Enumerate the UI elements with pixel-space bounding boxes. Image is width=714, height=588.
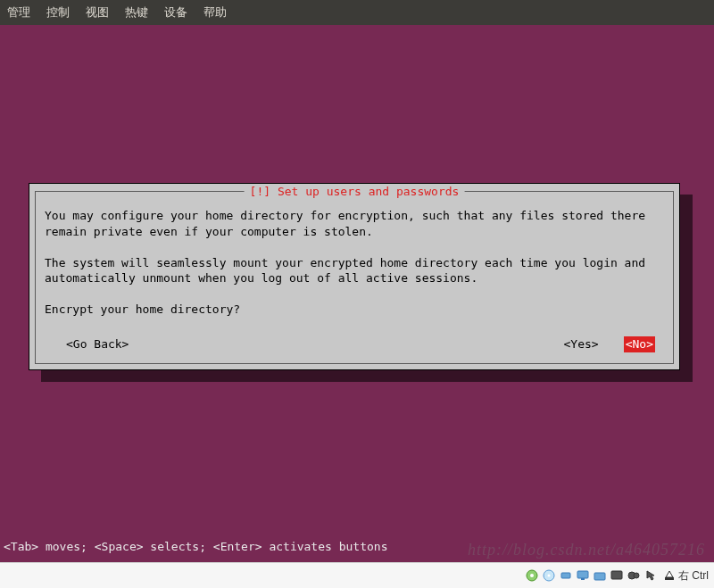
svg-rect-4 [561,573,570,578]
vm-statusbar: 右 Ctrl [0,562,714,588]
svg-rect-7 [594,573,605,580]
yes-button[interactable]: <Yes> [564,336,599,352]
menu-view[interactable]: 视图 [86,4,109,21]
status-icons [525,568,658,583]
menu-help[interactable]: 帮助 [203,4,227,21]
vm-screen: [!] Set up users and passwords You may c… [0,25,714,562]
svg-point-1 [530,574,534,577]
dialog-frame: [!] Set up users and passwords You may c… [35,191,674,364]
svg-rect-5 [577,571,588,578]
dialog-question: Encrypt your home directory? [45,302,240,316]
dialog-para1: You may configure your home directory fo… [45,209,652,238]
footer-hint: <Tab> moves; <Space> selects; <Enter> ac… [4,540,387,553]
hard-disk-icon[interactable] [525,568,539,583]
dialog-body: You may configure your home directory fo… [45,208,664,318]
menu-control[interactable]: 控制 [46,4,70,21]
display-icon[interactable] [610,568,624,583]
menu-manage[interactable]: 管理 [7,4,30,21]
menu-devices[interactable]: 设备 [164,4,187,21]
svg-rect-6 [581,578,585,580]
svg-rect-8 [611,571,622,579]
optical-disk-icon[interactable] [542,568,556,583]
hostkey-label: 右 Ctrl [678,568,709,584]
installer-dialog: [!] Set up users and passwords You may c… [29,183,680,370]
watermark: http://blog.csdn.net/a464057216 [468,541,705,559]
menu-hotkeys[interactable]: 热键 [125,4,148,21]
dialog-title: [!] Set up users and passwords [245,184,465,200]
svg-point-10 [634,573,639,578]
mouse-integration-icon[interactable] [643,568,658,583]
dialog-para2: The system will seamlessly mount your en… [45,256,652,286]
svg-point-3 [548,575,551,577]
shared-folder-icon[interactable] [593,568,607,583]
spacer [129,336,563,352]
no-button[interactable]: <No> [624,336,655,352]
go-back-button[interactable]: <Go Back> [66,336,129,352]
dialog-buttons: <Go Back> <Yes> <No> [45,336,664,352]
network-icon[interactable] [576,568,590,583]
hostkey-indicator: 右 Ctrl [663,568,709,584]
video-capture-icon[interactable] [627,568,641,583]
usb-icon[interactable] [559,568,573,583]
hostkey-icon [663,569,676,582]
vm-menubar: 管理 控制 视图 热键 设备 帮助 [0,0,714,25]
svg-rect-11 [665,577,674,580]
